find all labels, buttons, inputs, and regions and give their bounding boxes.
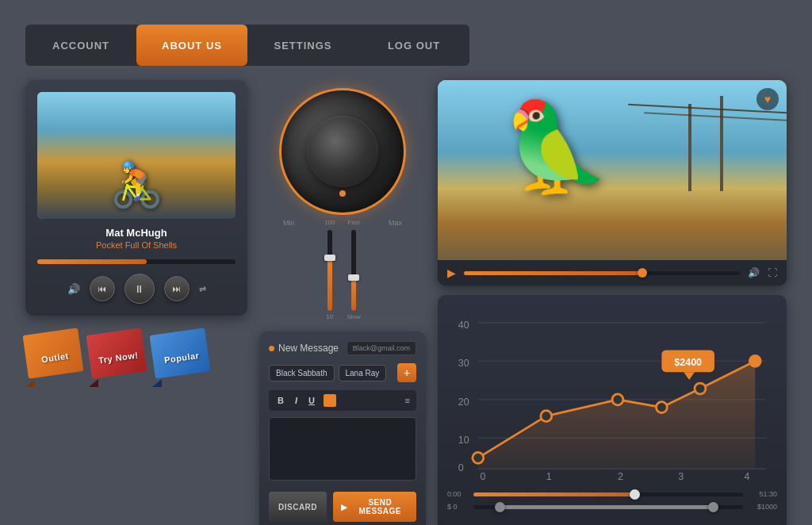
music-progress-bar[interactable] [37, 259, 236, 264]
knob-max-label: Max [389, 219, 402, 227]
underline-button[interactable]: U [306, 395, 317, 406]
message-tag-2[interactable]: Lana Ray [339, 365, 387, 381]
video-fullscreen-icon[interactable]: ⛶ [768, 267, 777, 278]
message-actions: DISCARD ▶ SEND MESSAGE [269, 492, 416, 522]
video-player: 🦜 ♥ ▶ 🔊 ⛶ [438, 80, 787, 285]
message-dot-icon [269, 346, 274, 351]
svg-point-20 [695, 383, 706, 394]
bold-button[interactable]: B [275, 395, 286, 406]
forward-button[interactable]: ⏭ [164, 276, 190, 301]
svg-text:0: 0 [458, 462, 464, 473]
range-slider-fill [500, 505, 716, 509]
ribbon-trynow[interactable]: Try Now! [89, 331, 148, 383]
vslider2-bottom-label: Slow [347, 313, 361, 320]
svg-point-18 [612, 394, 623, 405]
knob-wrapper: Min Max [279, 88, 406, 215]
message-tag-1[interactable]: Black Sabbath [269, 365, 335, 381]
message-email[interactable]: Black@gmail.com [347, 341, 416, 355]
main-container: ACCOUNT ABOUT US SETTINGS LOG OUT MAT Mc… [13, 13, 799, 512]
range-slider-thumb-low[interactable] [495, 502, 505, 512]
message-body[interactable] [269, 417, 416, 481]
range-start-label: $ 0 [447, 503, 467, 511]
add-tag-button[interactable]: + [397, 363, 416, 382]
pause-button[interactable]: ⏸ [124, 274, 155, 304]
time-start-label: 0:00 [447, 490, 467, 498]
ribbon-popular[interactable]: Popular [152, 331, 212, 383]
vertical-slider-1: 100 10 [324, 219, 335, 322]
time-slider-thumb[interactable] [630, 489, 640, 500]
vslider2-fill [351, 278, 356, 311]
svg-point-16 [473, 453, 484, 464]
range-end-label: $1000 [749, 503, 777, 511]
message-tags: Black Sabbath Lana Ray + [269, 363, 416, 382]
svg-point-17 [541, 411, 552, 422]
message-title: New Message [269, 343, 339, 354]
vslider1-fill [327, 259, 332, 311]
svg-text:20: 20 [458, 397, 469, 408]
range-slider-thumb-high[interactable] [708, 502, 718, 512]
svg-point-19 [656, 402, 667, 413]
shuffle-icon[interactable]: ⇌ [199, 284, 206, 294]
video-volume-icon[interactable]: 🔊 [748, 267, 760, 278]
ribbon-outlet[interactable]: Outlet [25, 331, 85, 383]
message-title-label: New Message [278, 343, 339, 354]
volume-icon[interactable]: 🔊 [67, 283, 80, 295]
range-slider-row: $ 0 $1000 [447, 503, 777, 511]
nav-account[interactable]: ACCOUNT [25, 25, 136, 66]
song-artist: Mat McHugh [37, 227, 236, 239]
vertical-sliders: 100 10 Fast Slow [324, 227, 361, 322]
nav-bar: ACCOUNT ABOUT US SETTINGS LOG OUT [25, 25, 469, 66]
ribbons-section: Outlet Try Now! Popular [25, 331, 247, 383]
chart-section: 40 30 20 10 0 0 1 2 3 4 [438, 295, 787, 525]
nav-settings[interactable]: SETTINGS [247, 25, 358, 66]
knob-section: Min Max 100 10 Fast [259, 80, 426, 322]
knob-outer[interactable] [279, 88, 406, 215]
color-swatch[interactable] [324, 394, 336, 407]
send-button[interactable]: ▶ SEND MESSAGE [333, 492, 416, 522]
svg-text:$2400: $2400 [674, 357, 702, 368]
nav-about-us[interactable]: ABOUT US [136, 25, 247, 66]
send-label: SEND MESSAGE [352, 498, 408, 515]
center-column: Min Max 100 10 Fast [259, 80, 426, 525]
rewind-button[interactable]: ⏮ [90, 276, 115, 301]
align-button[interactable]: ≡ [405, 396, 410, 405]
italic-button[interactable]: I [293, 395, 300, 406]
nav-logout[interactable]: LOG OUT [358, 25, 469, 66]
svg-text:10: 10 [458, 435, 469, 446]
svg-marker-15 [478, 361, 755, 469]
video-play-button[interactable]: ▶ [447, 266, 456, 279]
like-button[interactable]: ♥ [756, 88, 779, 110]
svg-text:1: 1 [546, 471, 552, 482]
vslider1-top-label: 100 [324, 219, 335, 226]
message-header: New Message Black@gmail.com [269, 341, 416, 355]
bottom-sliders: 0:00 51:30 $ 0 [447, 484, 777, 522]
svg-text:3: 3 [678, 471, 684, 482]
svg-text:2: 2 [618, 471, 623, 482]
svg-text:30: 30 [458, 358, 469, 369]
time-slider-track[interactable] [473, 492, 743, 496]
message-composer: New Message Black@gmail.com Black Sabbat… [259, 331, 426, 525]
chart-area: 40 30 20 10 0 0 1 2 3 4 [447, 305, 777, 484]
video-progress-thumb[interactable] [638, 268, 647, 278]
vslider1-track[interactable] [327, 230, 332, 311]
video-progress-bar[interactable] [464, 271, 740, 275]
vslider1-bottom-label: 10 [326, 313, 333, 320]
song-title: Pocket Full Of Shells [37, 240, 236, 250]
knob-indicator [339, 190, 346, 197]
vertical-slider-2: Fast Slow [347, 219, 361, 322]
vslider1-thumb[interactable] [324, 255, 335, 261]
range-slider-track[interactable] [473, 505, 743, 509]
chart-svg: 40 30 20 10 0 0 1 2 3 4 [447, 305, 777, 484]
svg-text:0: 0 [481, 471, 486, 482]
vslider2-track[interactable] [351, 230, 356, 311]
time-slider-fill [473, 492, 635, 496]
left-column: MAT McHUGH LOVE COME SAVE 🚴 Mat McHugh P… [25, 80, 247, 525]
music-player: MAT McHUGH LOVE COME SAVE 🚴 Mat McHugh P… [25, 80, 247, 316]
knob-inner [307, 116, 378, 187]
discard-button[interactable]: DISCARD [269, 492, 327, 522]
message-toolbar: B I U ≡ [269, 390, 416, 411]
video-progress-fill [464, 271, 643, 275]
content-area: MAT McHUGH LOVE COME SAVE 🚴 Mat McHugh P… [25, 80, 787, 525]
vslider2-top-label: Fast [347, 219, 360, 226]
vslider2-thumb[interactable] [348, 274, 359, 281]
